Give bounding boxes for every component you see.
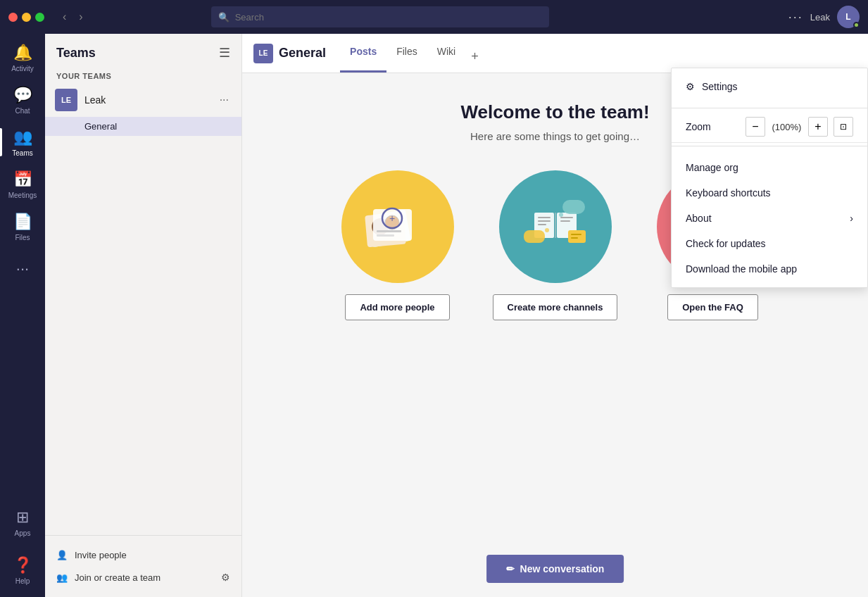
sidebar-item-help[interactable]: ❓ Help — [0, 549, 45, 591]
team-more-button[interactable]: ··· — [217, 92, 232, 108]
title-bar: ‹ › 🔍 ··· Leak L — [0, 0, 868, 34]
fullscreen-button[interactable] — [35, 13, 44, 22]
team-avatar-leak: LE — [55, 89, 77, 111]
svg-text:+: + — [389, 213, 394, 224]
zoom-controls: − (100%) + ⊡ — [746, 117, 853, 137]
settings-menu-item[interactable]: ⚙ Settings — [672, 74, 867, 99]
team-item-leak[interactable]: LE Leak ··· — [45, 83, 241, 117]
zoom-value-label: (100%) — [771, 122, 803, 132]
sidebar-item-label: Chat — [15, 107, 30, 115]
check-updates-menu-item[interactable]: Check for updates — [672, 231, 867, 256]
team-name-leak: Leak — [84, 94, 210, 106]
sidebar-item-teams[interactable]: 👥 Teams — [0, 121, 45, 163]
icon-sidebar: 🔔 Activity 💬 Chat 👥 Teams 📅 Meetings 📄 F… — [0, 34, 45, 597]
zoom-row: Zoom − (100%) + ⊡ — [672, 111, 867, 143]
sidebar-item-files[interactable]: 📄 Files — [0, 206, 45, 248]
new-conv-icon: ✏ — [506, 563, 515, 574]
dropdown-divider-1 — [672, 108, 867, 108]
more-icon: ··· — [16, 260, 29, 278]
sidebar-item-meetings[interactable]: 📅 Meetings — [0, 163, 45, 206]
svg-rect-14 — [538, 220, 551, 222]
close-button[interactable] — [8, 13, 18, 22]
dropdown-actions-section: Manage org Keyboard shortcuts About › — [672, 149, 867, 287]
svg-rect-17 — [560, 220, 570, 222]
about-menu-item[interactable]: About › — [672, 206, 867, 231]
zoom-decrease-button[interactable]: − — [746, 117, 765, 137]
more-options-button[interactable]: ··· — [788, 10, 803, 25]
svg-rect-18 — [562, 200, 585, 214]
invite-people-icon: 👤 — [56, 550, 68, 560]
settings-icon: ⚙ — [686, 81, 695, 92]
svg-rect-8 — [377, 230, 401, 232]
tab-wiki[interactable]: Wiki — [427, 34, 465, 73]
user-name-label: Leak — [810, 12, 830, 23]
teams-panel: Teams ☰ Your teams LE Leak ··· General 👤… — [45, 34, 242, 597]
apps-icon: ⊞ — [16, 508, 29, 527]
dropdown-menu: ⚙ Settings Zoom − (100%) + ⊡ — [671, 68, 868, 288]
tab-files[interactable]: Files — [386, 34, 427, 73]
svg-rect-23 — [571, 234, 581, 235]
teams-settings-button[interactable]: ⚙ — [221, 572, 230, 583]
sidebar-item-label: Help — [15, 577, 30, 585]
search-input[interactable] — [235, 12, 542, 23]
search-icon: 🔍 — [218, 12, 229, 23]
svg-rect-9 — [377, 234, 394, 237]
svg-point-19 — [559, 213, 563, 217]
invite-people-action[interactable]: 👤 Invite people — [56, 544, 230, 566]
svg-rect-16 — [560, 217, 573, 218]
join-create-team-action[interactable]: 👥 Join or create a team ⚙ — [56, 566, 230, 589]
add-people-illustration: + — [341, 170, 454, 283]
sidebar-item-apps[interactable]: ⊞ Apps — [0, 501, 45, 543]
zoom-fit-button[interactable]: ⊡ — [834, 117, 853, 137]
tab-posts[interactable]: Posts — [340, 34, 386, 73]
channel-name: General — [279, 46, 326, 61]
sidebar-item-label: Meetings — [8, 191, 37, 199]
zoom-label: Zoom — [686, 121, 711, 132]
create-more-channels-button[interactable]: Create more channels — [493, 294, 618, 320]
new-conversation-button[interactable]: ✏ New conversation — [486, 555, 624, 583]
svg-rect-13 — [538, 217, 551, 218]
download-app-menu-item[interactable]: Download the mobile app — [672, 256, 867, 282]
activity-icon: 🔔 — [13, 44, 32, 62]
settings-label: Settings — [702, 81, 738, 92]
teams-menu-button[interactable]: ☰ — [219, 45, 230, 61]
about-label: About — [686, 213, 712, 224]
manage-org-menu-item[interactable]: Manage org — [672, 155, 867, 180]
help-icon: ❓ — [13, 556, 32, 574]
teams-header: Teams ☰ — [45, 34, 241, 66]
back-button[interactable]: ‹ — [58, 9, 70, 25]
nav-arrows: ‹ › — [58, 9, 87, 25]
channel-item-general[interactable]: General — [45, 117, 241, 136]
sidebar-item-chat[interactable]: 💬 Chat — [0, 79, 45, 121]
dropdown-divider-2 — [672, 146, 867, 146]
keyboard-shortcuts-menu-item[interactable]: Keyboard shortcuts — [672, 180, 867, 206]
sidebar-item-activity[interactable]: 🔔 Activity — [0, 37, 45, 79]
sidebar-item-label: Files — [15, 234, 30, 241]
channel-tabs: Posts Files Wiki + — [340, 34, 484, 73]
svg-rect-20 — [524, 230, 545, 243]
forward-button[interactable]: › — [75, 9, 87, 25]
zoom-increase-button[interactable]: + — [808, 117, 828, 137]
sidebar-item-more[interactable]: ··· — [0, 248, 45, 290]
add-more-people-button[interactable]: Add more people — [345, 294, 449, 320]
app-body: 🔔 Activity 💬 Chat 👥 Teams 📅 Meetings 📄 F… — [0, 34, 868, 597]
create-channels-illustration — [499, 170, 612, 283]
card-create-channels: Create more channels — [485, 170, 626, 320]
open-faq-button[interactable]: Open the FAQ — [667, 294, 758, 320]
traffic-lights — [8, 13, 44, 22]
join-create-icon: 👥 — [56, 572, 68, 583]
new-conversation-bar: ✏ New conversation — [486, 555, 624, 583]
join-create-label: Join or create a team — [75, 572, 161, 583]
avatar[interactable]: L — [837, 6, 860, 28]
add-tab-button[interactable]: + — [465, 46, 484, 67]
keyboard-shortcuts-label: Keyboard shortcuts — [686, 187, 771, 199]
svg-point-21 — [545, 228, 549, 232]
search-bar[interactable]: 🔍 — [211, 6, 549, 27]
svg-rect-24 — [571, 237, 578, 239]
files-icon: 📄 — [13, 213, 32, 231]
dropdown-settings-section: ⚙ Settings — [672, 68, 867, 105]
minimize-button[interactable] — [22, 13, 31, 22]
teams-panel-title: Teams — [56, 46, 96, 61]
manage-org-label: Manage org — [686, 162, 738, 173]
chevron-right-icon: › — [850, 213, 853, 224]
